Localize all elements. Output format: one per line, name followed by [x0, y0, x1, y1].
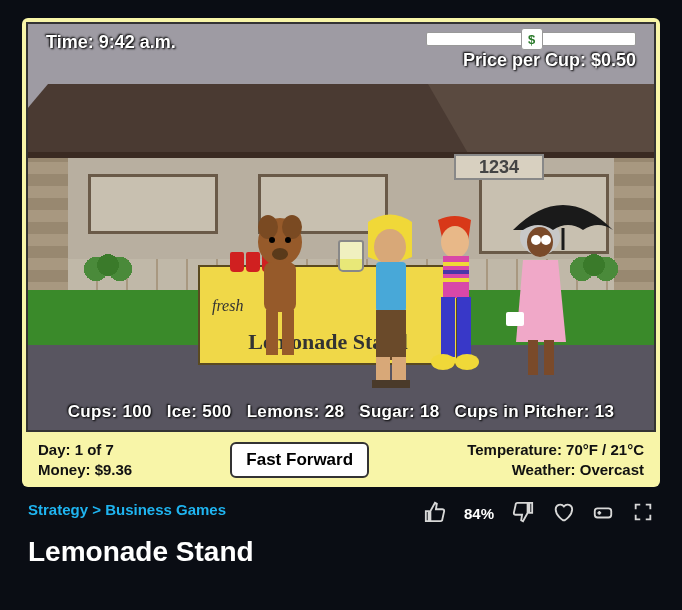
house-address: 1234 [454, 154, 544, 180]
time-display: Time: 9:42 a.m. [46, 32, 176, 53]
svg-point-24 [455, 354, 479, 370]
svg-rect-29 [528, 340, 538, 375]
breadcrumb-subcategory[interactable]: Business Games [105, 501, 226, 518]
customer-character [413, 212, 498, 392]
svg-point-3 [269, 237, 275, 243]
svg-rect-6 [264, 262, 296, 312]
price-slider-knob[interactable]: $ [521, 28, 543, 50]
status-bar: Day: 1 of 7 Money: $9.36 Fast Forward Te… [26, 432, 656, 483]
svg-rect-33 [595, 508, 612, 517]
inventory-display: Cups: 100 Ice: 500 Lemons: 28 Sugar: 18 … [28, 402, 654, 422]
svg-point-4 [285, 237, 291, 243]
svg-rect-12 [376, 357, 390, 382]
price-display: Price per Cup: $0.50 [426, 50, 636, 71]
game-scene[interactable]: Time: 9:42 a.m. $ Price per Cup: $0.50 1… [26, 22, 656, 432]
svg-rect-15 [390, 380, 410, 388]
svg-rect-10 [376, 262, 406, 312]
breadcrumb-category[interactable]: Strategy [28, 501, 88, 518]
svg-rect-20 [443, 278, 469, 282]
svg-rect-13 [392, 357, 406, 382]
svg-rect-31 [506, 312, 524, 326]
svg-rect-19 [443, 270, 469, 274]
svg-rect-22 [457, 297, 471, 357]
svg-point-23 [431, 354, 455, 370]
umbrella-icon [503, 190, 623, 250]
svg-point-9 [374, 229, 406, 265]
game-title: Lemonade Stand [28, 536, 654, 568]
svg-rect-18 [443, 262, 469, 266]
controller-icon[interactable] [592, 501, 614, 527]
svg-point-1 [258, 215, 278, 239]
svg-rect-8 [282, 310, 294, 355]
thumbs-up-icon[interactable] [424, 501, 446, 527]
svg-rect-11 [376, 310, 406, 360]
heart-icon[interactable] [552, 501, 574, 527]
customer-character [238, 212, 323, 392]
svg-point-2 [282, 215, 302, 239]
price-slider-track[interactable]: $ [426, 32, 636, 46]
svg-rect-30 [544, 340, 554, 375]
fast-forward-button[interactable]: Fast Forward [230, 442, 369, 478]
rating-percent: 84% [464, 505, 494, 522]
plant-decoration [78, 245, 138, 285]
svg-rect-14 [372, 380, 392, 388]
svg-rect-7 [266, 310, 278, 355]
thumbs-down-icon[interactable] [512, 501, 534, 527]
game-frame: Time: 9:42 a.m. $ Price per Cup: $0.50 1… [22, 18, 660, 487]
svg-rect-21 [441, 297, 455, 357]
svg-point-16 [441, 226, 469, 258]
fullscreen-icon[interactable] [632, 501, 654, 527]
svg-point-5 [272, 248, 288, 260]
